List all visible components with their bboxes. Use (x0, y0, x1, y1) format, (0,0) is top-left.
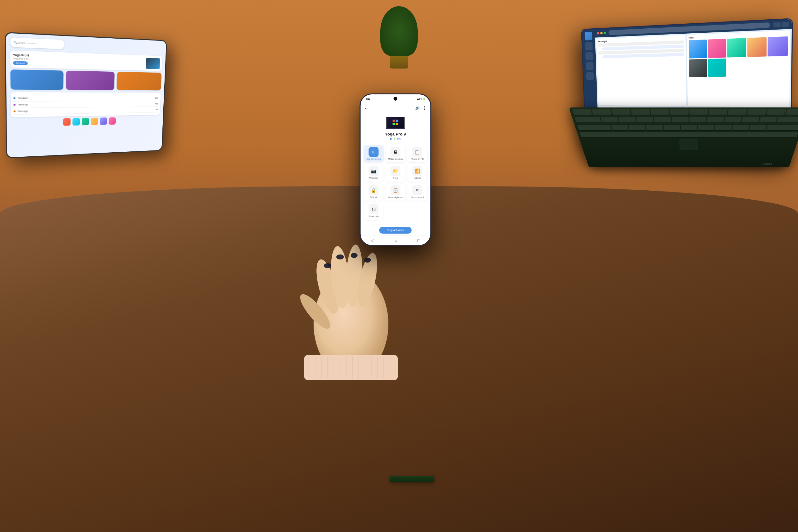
tablet-app-2[interactable] (66, 71, 115, 90)
share-hub-icon-wrapper: ⬡ (369, 204, 379, 214)
book-on-desk (390, 476, 434, 482)
file-icon[interactable] (689, 40, 707, 58)
taskbar-icon-5[interactable] (586, 72, 594, 80)
files-icon-wrapper: 📁 (391, 166, 401, 176)
tablet-dock (11, 116, 160, 127)
taskbar-icon-1[interactable] (584, 32, 592, 40)
key (670, 109, 689, 115)
win-close-btn[interactable] (597, 32, 599, 35)
file-icon[interactable] (747, 37, 767, 57)
dock-icon-4[interactable] (91, 118, 98, 125)
trackpad[interactable] (679, 139, 698, 150)
taskbar-icon-4[interactable] (586, 62, 594, 70)
dock-icon-5[interactable] (100, 117, 107, 125)
feature-app-streaming[interactable]: ⊞ App streaming (364, 145, 384, 162)
feature-mobile-desktop[interactable]: 🖥 Mobile desktop (386, 145, 405, 162)
phone-container: 5:23 ▪▪▪ WiFi 🔋 ← 🔊 ⋮ (360, 93, 431, 246)
spacebar (580, 132, 798, 138)
mobile-desktop-label: Mobile desktop (388, 158, 403, 160)
phone-header-icons: 🔊 ⋮ (415, 106, 427, 111)
file-icon[interactable] (689, 59, 707, 77)
tablet-app-1[interactable] (10, 70, 63, 90)
dock-icon-1[interactable] (63, 118, 70, 126)
phone-on-pc-icon-wrapper: 📋 (412, 147, 422, 157)
app-streaming-icon: ⊞ (372, 150, 375, 154)
feature-share-hub[interactable]: ⬡ Share hub (364, 203, 384, 220)
key (759, 117, 777, 124)
list-value: 789 (154, 108, 158, 111)
lenovo-logo: Lenovo (762, 163, 773, 165)
key (690, 117, 706, 124)
taskbar-icon-2[interactable] (585, 42, 593, 51)
tablet-search-bar[interactable]: 🔍 Search Lenovo (10, 37, 64, 49)
phone-on-pc-icon: 📋 (415, 150, 420, 154)
key (715, 125, 732, 131)
nav-back-icon[interactable]: ◁ (370, 238, 374, 243)
smart-clipboard-icon: 📋 (393, 188, 398, 193)
toolbar-btn[interactable] (773, 22, 781, 27)
share-hub-icon: ⬡ (372, 207, 376, 212)
key (654, 117, 671, 124)
dock-icon-2[interactable] (72, 118, 80, 126)
feature-webcam[interactable]: 📷 Webcam (364, 164, 384, 181)
nav-home-icon[interactable]: ○ (395, 238, 397, 243)
key (672, 117, 689, 124)
hand-holding-phone (296, 224, 405, 381)
status-icons: ▪▪▪ WiFi 🔋 (414, 97, 425, 100)
stop-activities-button[interactable]: Stop activities (379, 227, 412, 234)
dock-icon-6[interactable] (108, 117, 116, 125)
key (575, 117, 601, 124)
nav-recents-icon[interactable]: □ (417, 238, 420, 243)
win-tile-4 (396, 123, 398, 125)
list-dot (13, 110, 16, 112)
taskbar-icon-3[interactable] (585, 52, 593, 60)
tablet-list-item[interactable]: Connect 123 (13, 95, 159, 101)
key (631, 109, 650, 115)
feature-files[interactable]: 📁 Files (386, 164, 405, 181)
key (650, 109, 669, 115)
key (707, 117, 724, 124)
feature-pc-lock[interactable]: 🔒 PC lock (364, 184, 384, 201)
key (766, 125, 798, 131)
key (611, 125, 629, 131)
toolbar-btn[interactable] (782, 22, 789, 27)
win-maximize-btn[interactable] (603, 32, 606, 34)
connect-button[interactable]: Connect (13, 61, 28, 65)
win-minimize-btn[interactable] (600, 32, 602, 34)
file-icon[interactable] (768, 36, 788, 56)
volume-icon[interactable]: 🔊 (415, 106, 420, 110)
tablet-list-item[interactable]: Manage 789 (13, 107, 158, 115)
pc-lock-icon-wrapper: 🔒 (369, 185, 379, 195)
file-icon[interactable] (708, 58, 726, 77)
file-icon[interactable] (727, 38, 746, 57)
feature-phone-on-pc[interactable]: 📋 Phone on PC (407, 145, 428, 162)
list-label: Settings (18, 102, 152, 106)
tablet-device-card[interactable]: Yoga Pro 9 Yoga Pro 9 i9... Connect (10, 51, 162, 71)
feature-smart-clipboard[interactable]: 📋 Smart clipboard (386, 184, 405, 201)
key (577, 125, 612, 131)
svg-point-24 (351, 253, 358, 258)
bluetooth-dot (390, 138, 392, 140)
tablet-list: Connect 123 Settings 456 Manage 789 (11, 92, 161, 117)
battery-icon: 🔋 (423, 97, 425, 100)
key (698, 125, 714, 131)
plant-pot (389, 56, 409, 69)
key (601, 117, 619, 124)
tablet-app-3[interactable] (116, 72, 162, 90)
file-icon[interactable] (708, 39, 726, 58)
keyboard-row (569, 108, 798, 115)
hotspot-icon-wrapper: 📶 (412, 166, 422, 176)
back-button[interactable]: ← (364, 106, 369, 111)
svg-point-25 (364, 258, 371, 263)
phone-on-pc-label: Phone on PC (411, 158, 424, 160)
feature-cross-control[interactable]: ⧉ Cross control (407, 184, 428, 201)
more-menu-icon[interactable]: ⋮ (422, 106, 427, 111)
feature-hotspot[interactable]: 📶 Hotspot (407, 164, 428, 181)
win-tile-1 (393, 120, 395, 122)
phone-navigation-bar: ◁ ○ □ (361, 235, 431, 245)
mobile-desktop-icon: 🖥 (393, 150, 398, 154)
dock-icon-3[interactable] (82, 118, 89, 125)
phone-camera (394, 97, 397, 101)
pc-lock-icon: 🔒 (371, 188, 376, 193)
cross-control-icon-wrapper: ⧉ (412, 185, 422, 195)
